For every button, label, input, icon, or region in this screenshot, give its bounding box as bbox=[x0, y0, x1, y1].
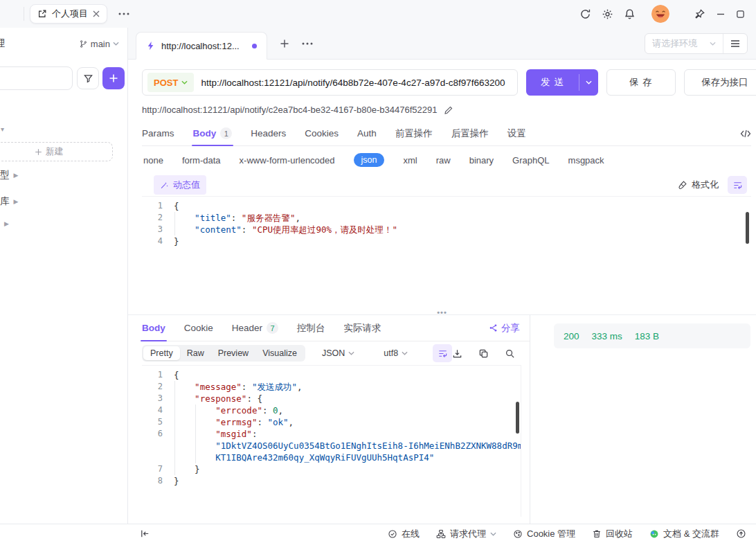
new-item-button[interactable]: 新建 bbox=[0, 142, 113, 161]
filter-button[interactable] bbox=[77, 67, 99, 89]
view-pretty[interactable]: Pretty bbox=[143, 346, 180, 360]
send-options-icon[interactable] bbox=[579, 69, 598, 96]
circle-up-icon[interactable] bbox=[736, 528, 746, 539]
content: POST http://localhost:12121/api/notify/6… bbox=[128, 60, 756, 524]
caret-right-icon[interactable]: ▶ bbox=[4, 220, 9, 227]
tab-params[interactable]: Params bbox=[142, 121, 174, 145]
minimize-icon[interactable] bbox=[716, 9, 726, 19]
view-visualize[interactable]: Visualize bbox=[255, 346, 304, 360]
status-time: 333 ms bbox=[592, 331, 622, 341]
tab-response-header[interactable]: Header 7 bbox=[232, 315, 278, 341]
body-type-json[interactable]: json bbox=[354, 153, 385, 167]
response-status-panel: 200 333 ms 183 B bbox=[554, 323, 750, 348]
word-wrap-icon[interactable] bbox=[433, 344, 452, 362]
encoding-select-value: utf8 bbox=[384, 348, 398, 358]
tab-post-actions[interactable]: 后置操作 bbox=[451, 121, 489, 145]
env-manage-icon[interactable] bbox=[723, 39, 747, 48]
response-body-code: 1{2 "message": "发送成功",3 "response": {4 "… bbox=[142, 365, 521, 517]
tab-console[interactable]: 控制台 bbox=[297, 315, 325, 341]
save-button[interactable]: 保 存 bbox=[606, 69, 676, 96]
new-tab-icon[interactable] bbox=[280, 39, 289, 48]
tab-actual-request[interactable]: 实际请求 bbox=[344, 315, 381, 341]
plus-icon bbox=[109, 73, 118, 83]
download-icon[interactable] bbox=[452, 348, 462, 359]
url-input[interactable]: POST http://localhost:12121/api/notify/6… bbox=[142, 69, 518, 96]
environment-select[interactable]: 请选择环境 bbox=[645, 37, 723, 50]
pin-icon[interactable] bbox=[694, 8, 705, 20]
body-type-binary[interactable]: binary bbox=[469, 155, 494, 166]
code-line: 2 "message": "发送成功", bbox=[142, 381, 521, 393]
collapse-panel-icon[interactable] bbox=[140, 528, 150, 539]
format-select[interactable]: JSON bbox=[322, 348, 354, 358]
project-tab-close-icon[interactable] bbox=[93, 10, 100, 17]
dynamic-value-button[interactable]: 动态值 bbox=[154, 175, 206, 195]
body-type-graphql[interactable]: GraphQL bbox=[512, 155, 549, 166]
cookie-manager[interactable]: Cookie 管理 bbox=[513, 528, 575, 540]
response-tabs: Body Cookie Header 7 控制台 实际请求 分享 bbox=[142, 315, 530, 341]
request-tab[interactable]: http://localhost:12... bbox=[136, 32, 267, 60]
lightning-icon bbox=[146, 41, 156, 51]
status-bar: 在线 请求代理 Cookie 管理 bbox=[0, 524, 756, 543]
plus-icon bbox=[35, 148, 42, 156]
search-input[interactable] bbox=[0, 66, 73, 90]
tab-strip-more-icon[interactable] bbox=[302, 42, 313, 45]
splitter-handle-icon[interactable]: ••• bbox=[437, 308, 447, 317]
tab-pre-actions[interactable]: 前置操作 bbox=[395, 121, 433, 145]
recycle-bin[interactable]: 回收站 bbox=[592, 528, 633, 540]
editor-scrollbar[interactable] bbox=[746, 212, 749, 244]
titlebar-more-icon[interactable] bbox=[118, 12, 129, 15]
body-type-raw[interactable]: raw bbox=[436, 155, 451, 166]
main-area: ▾ 新建 型 ▶ 库 ▶ ▶ POST bbox=[0, 60, 756, 524]
method-select[interactable]: POST bbox=[147, 73, 194, 92]
body-type-form-data[interactable]: form-data bbox=[182, 155, 221, 166]
maximize-icon[interactable] bbox=[736, 10, 745, 19]
tab-label: 前置操作 bbox=[395, 127, 433, 140]
tab-settings[interactable]: 设置 bbox=[507, 121, 526, 145]
project-export-icon bbox=[37, 9, 47, 19]
edit-pencil-icon[interactable] bbox=[444, 105, 453, 115]
indent-guide bbox=[174, 381, 175, 475]
view-preview[interactable]: Preview bbox=[211, 346, 255, 360]
sidebar-item-library[interactable]: 库 ▶ bbox=[0, 195, 18, 208]
branch-selector[interactable]: main bbox=[79, 39, 119, 49]
body-type-none[interactable]: none bbox=[143, 155, 163, 166]
docs-community[interactable]: 文档 & 交流群 bbox=[649, 528, 719, 540]
response-scrollbar[interactable] bbox=[516, 402, 519, 434]
tab-response-body[interactable]: Body bbox=[142, 315, 165, 341]
tab-response-cookie[interactable]: Cookie bbox=[184, 315, 213, 341]
pane-splitter[interactable]: ••• bbox=[128, 306, 756, 315]
sidebar-item-model[interactable]: 型 ▶ bbox=[0, 169, 18, 181]
bell-icon[interactable] bbox=[624, 8, 636, 20]
tab-cookies[interactable]: Cookies bbox=[305, 121, 339, 145]
avatar[interactable] bbox=[651, 5, 669, 23]
encoding-select[interactable]: utf8 bbox=[384, 348, 408, 358]
tab-body[interactable]: Body 1 bbox=[193, 121, 233, 145]
sync-icon[interactable] bbox=[579, 8, 591, 20]
format-button[interactable]: 格式化 bbox=[678, 179, 719, 191]
add-button[interactable] bbox=[102, 67, 125, 89]
tab-auth[interactable]: Auth bbox=[357, 121, 377, 145]
body-type-options: none form-data x-www-form-urlencoded jso… bbox=[143, 153, 751, 167]
view-raw[interactable]: Raw bbox=[180, 346, 211, 360]
sidebar-title-partial: 理 bbox=[0, 37, 5, 50]
share-button[interactable]: 分享 bbox=[489, 322, 520, 335]
online-status[interactable]: 在线 bbox=[388, 528, 420, 540]
body-type-msgpack[interactable]: msgpack bbox=[568, 155, 604, 166]
generate-code-icon[interactable] bbox=[740, 129, 751, 139]
project-tab[interactable]: 个人项目 bbox=[30, 4, 107, 24]
request-body-code[interactable]: 1{2 "title": "服务器告警",3 "content": "CPU使用… bbox=[142, 197, 751, 306]
gear-icon[interactable] bbox=[602, 8, 613, 20]
word-wrap-icon[interactable] bbox=[728, 176, 747, 194]
tree-caret-icon[interactable]: ▾ bbox=[1, 125, 4, 133]
save-as-api-button[interactable]: 保存为接口 bbox=[684, 69, 756, 96]
copy-icon[interactable] bbox=[478, 348, 489, 359]
tab-headers[interactable]: Headers bbox=[251, 121, 286, 145]
titlebar-actions bbox=[579, 5, 756, 23]
search-icon[interactable] bbox=[505, 348, 515, 359]
request-body-editor: 动态值 格式化 1{2 "title": "服务器告警" bbox=[142, 174, 751, 306]
code-line: 3 "response": { bbox=[142, 393, 521, 404]
request-proxy[interactable]: 请求代理 bbox=[436, 528, 496, 540]
body-type-xml[interactable]: xml bbox=[403, 155, 417, 166]
body-type-urlencoded[interactable]: x-www-form-urlencoded bbox=[240, 155, 335, 166]
send-button[interactable]: 发 送 bbox=[526, 69, 598, 96]
